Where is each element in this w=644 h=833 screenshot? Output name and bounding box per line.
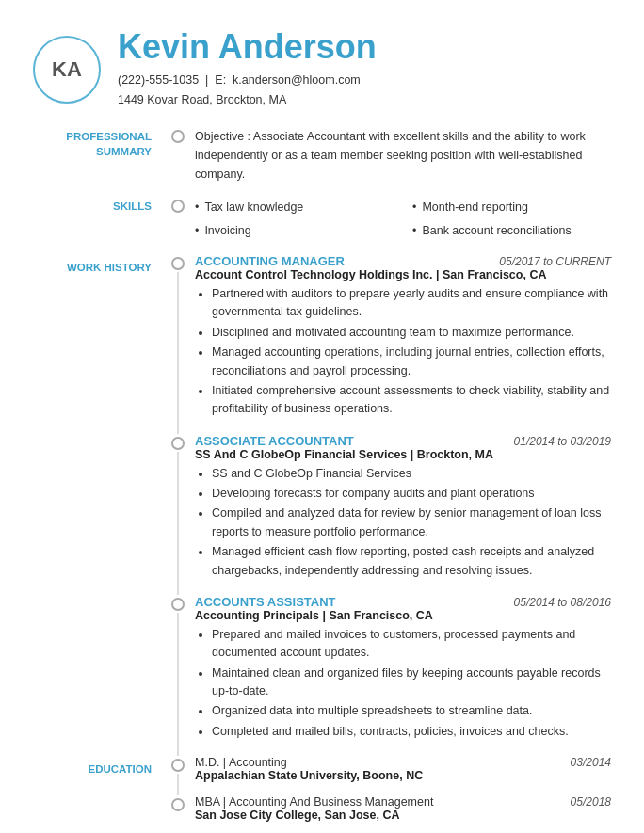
edu1-line	[177, 774, 179, 795]
edu1-content: M.D. | Accounting 03/2014 Appalachian St…	[191, 756, 611, 795]
job3-bullet-4: Completed and mailed bills, contracts, p…	[212, 723, 611, 741]
summary-timeline	[165, 127, 191, 184]
job-entry-3: ACCOUNTS ASSISTANT 05/2014 to 08/2016 Ac…	[165, 595, 611, 756]
job3-bullet-1: Prepared and mailed invoices to customer…	[212, 626, 611, 663]
job1-bullet-4: Initiated comprehensive account assessme…	[212, 382, 611, 419]
job1-dot	[171, 257, 185, 270]
job2-company: SS And C GlobeOp Financial Services | Br…	[195, 448, 611, 461]
work-history-label-text: WORK HISTORY	[33, 258, 165, 275]
job3-bullet-3: Organized data into multiple spreadsheet…	[212, 702, 611, 720]
skill-item: Invoicing	[195, 220, 394, 242]
edu-entry-1: M.D. | Accounting 03/2014 Appalachian St…	[165, 756, 611, 795]
job1-timeline	[165, 254, 191, 434]
professional-summary-content: Objective : Associate Accountant with ex…	[191, 127, 611, 184]
email: k.anderson@hloom.com	[233, 73, 361, 87]
edu2-header: MBA | Accounting And Business Management…	[195, 795, 611, 809]
skills-dot	[171, 200, 185, 213]
email-label: E:	[215, 73, 226, 87]
edu2-degree: MBA | Accounting And Business Management	[195, 795, 433, 809]
job1-title: ACCOUNTING MANAGER	[195, 254, 345, 268]
job2-timeline	[165, 434, 191, 595]
edu1-school: Appalachian State University, Boone, NC	[195, 769, 611, 782]
job2-bullets: SS and C GlobeOp Financial Services Deve…	[195, 465, 611, 580]
candidate-name: Kevin Anderson	[118, 28, 377, 66]
work-history-section: WORK HISTORY ACCOUNTING MANAGER 05/2017 …	[33, 254, 611, 756]
address: 1449 Kovar Road, Brockton, MA	[118, 93, 286, 106]
edu1-date: 03/2014	[571, 756, 611, 769]
summary-dot	[171, 130, 185, 143]
job-entry-2: ASSOCIATE ACCOUNTANT 01/2014 to 03/2019 …	[165, 434, 611, 595]
skills-content: Tax law knowledge Month-end reporting In…	[191, 197, 611, 241]
edu2-timeline	[165, 795, 191, 833]
education-entries: M.D. | Accounting 03/2014 Appalachian St…	[165, 756, 611, 833]
edu2-date: 05/2018	[571, 795, 611, 809]
job3-title: ACCOUNTS ASSISTANT	[195, 595, 336, 609]
job2-header: ASSOCIATE ACCOUNTANT 01/2014 to 03/2019	[195, 434, 611, 448]
avatar-initials: KA	[52, 57, 82, 82]
job3-line	[177, 613, 179, 756]
edu2-content: MBA | Accounting And Business Management…	[191, 795, 611, 833]
job2-dot	[171, 437, 185, 450]
job1-content: ACCOUNTING MANAGER 05/2017 to CURRENT Ac…	[191, 254, 611, 434]
job1-bullets: Partnered with auditors to prepare yearl…	[195, 285, 611, 419]
job2-content: ASSOCIATE ACCOUNTANT 01/2014 to 03/2019 …	[191, 434, 611, 595]
job2-bullet-3: Compiled and analyzed data for review by…	[212, 505, 611, 541]
job1-header: ACCOUNTING MANAGER 05/2017 to CURRENT	[195, 254, 611, 268]
professional-summary-section: PROFESSIONAL SUMMARY Objective : Associa…	[33, 127, 611, 184]
job3-bullets: Prepared and mailed invoices to customer…	[195, 626, 611, 741]
job1-bullet-1: Partnered with auditors to prepare yearl…	[212, 285, 611, 322]
job1-dates: 05/2017 to CURRENT	[499, 255, 611, 268]
edu2-school: San Jose City College, San Jose, CA	[195, 809, 611, 822]
edu1-dot	[171, 759, 185, 772]
education-label-text: EDUCATION	[33, 760, 165, 777]
job1-bullet-2: Disciplined and motivated accounting tea…	[212, 324, 611, 342]
job3-dot	[171, 598, 185, 611]
job3-content: ACCOUNTS ASSISTANT 05/2014 to 08/2016 Ac…	[191, 595, 611, 756]
job-entry-1: ACCOUNTING MANAGER 05/2017 to CURRENT Ac…	[165, 254, 611, 434]
skills-section: SKILLS Tax law knowledge Month-end repor…	[33, 197, 611, 241]
skill-item: Bank account reconciliations	[412, 220, 611, 242]
edu2-dot	[171, 798, 185, 811]
job1-bullet-3: Managed accounting operations, including…	[212, 344, 611, 380]
skill-item: Month-end reporting	[412, 197, 611, 218]
job2-dates: 01/2014 to 03/2019	[514, 435, 611, 448]
skills-label: SKILLS	[33, 197, 165, 241]
job2-bullet-4: Managed efficient cash flow reporting, p…	[212, 543, 611, 580]
edu1-degree: M.D. | Accounting	[195, 756, 287, 769]
job3-company: Accounting Principals | San Francisco, C…	[195, 609, 611, 622]
education-label-col: EDUCATION	[33, 756, 165, 833]
resume-header: KA Kevin Anderson (222)-555-1035 | E: k.…	[33, 28, 611, 110]
job3-timeline	[165, 595, 191, 756]
job3-bullet-2: Maintained clean and organized files by …	[212, 665, 611, 701]
work-history-entries: ACCOUNTING MANAGER 05/2017 to CURRENT Ac…	[165, 254, 611, 756]
work-history-label: WORK HISTORY	[33, 254, 165, 756]
job2-title: ASSOCIATE ACCOUNTANT	[195, 434, 354, 448]
summary-text: Objective : Associate Accountant with ex…	[195, 127, 611, 184]
job2-bullet-1: SS and C GlobeOp Financial Services	[212, 465, 611, 483]
edu1-timeline	[165, 756, 191, 795]
job2-bullet-2: Developing forecasts for company audits …	[212, 485, 611, 503]
job1-line	[177, 272, 179, 434]
avatar: KA	[33, 36, 101, 104]
job3-header: ACCOUNTS ASSISTANT 05/2014 to 08/2016	[195, 595, 611, 609]
edu1-header: M.D. | Accounting 03/2014	[195, 756, 611, 769]
edu-entry-2: MBA | Accounting And Business Management…	[165, 795, 611, 833]
job3-dates: 05/2014 to 08/2016	[514, 596, 611, 609]
skills-grid: Tax law knowledge Month-end reporting In…	[195, 197, 611, 241]
header-info: Kevin Anderson (222)-555-1035 | E: k.and…	[118, 28, 377, 110]
contact-info: (222)-555-1035 | E: k.anderson@hloom.com…	[118, 71, 377, 111]
phone: (222)-555-1035	[118, 73, 199, 87]
job1-company: Account Control Technology Holdings Inc.…	[195, 268, 611, 281]
education-section: EDUCATION M.D. | Accounting 03/2014 Appa…	[33, 756, 611, 833]
skill-item: Tax law knowledge	[195, 197, 394, 218]
skills-timeline	[165, 197, 191, 241]
professional-summary-label: PROFESSIONAL SUMMARY	[33, 127, 165, 184]
resume-body: PROFESSIONAL SUMMARY Objective : Associa…	[33, 127, 611, 833]
job2-line	[177, 452, 179, 595]
